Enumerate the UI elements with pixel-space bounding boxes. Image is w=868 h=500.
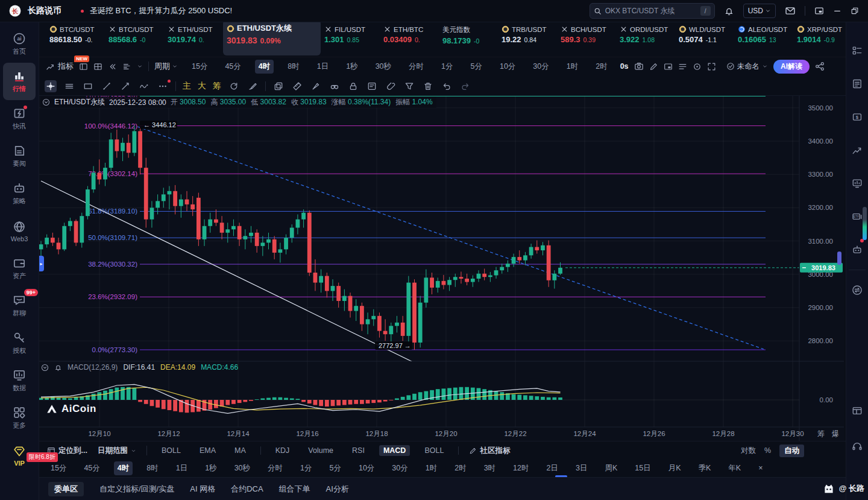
- refresh-tool[interactable]: [228, 80, 240, 92]
- rectangle-tool[interactable]: [82, 80, 94, 92]
- timeframe-button[interactable]: 30分: [388, 461, 411, 475]
- template-tool[interactable]: [366, 80, 378, 92]
- timeframe-button[interactable]: 2时: [451, 461, 470, 475]
- right-rail-item[interactable]: [846, 266, 868, 273]
- sidebar-collapse-handle[interactable]: ▸: [39, 256, 44, 271]
- target-icon[interactable]: [693, 62, 702, 71]
- mail-icon[interactable]: [785, 5, 796, 16]
- sidebar-item[interactable]: Web3: [3, 212, 36, 250]
- customer-service-headset-icon[interactable]: [846, 440, 868, 451]
- indicator-tab[interactable]: MA: [230, 445, 250, 456]
- timeframe-button[interactable]: 季K: [695, 461, 715, 475]
- pen-tool[interactable]: [310, 80, 322, 92]
- timeframe-button[interactable]: 8时: [143, 461, 162, 475]
- timeframe-button[interactable]: 8时: [284, 60, 303, 74]
- fullscreen-icon[interactable]: [707, 62, 716, 71]
- notification-bell-icon[interactable]: [724, 6, 734, 16]
- timeframe-button[interactable]: 1日: [313, 60, 332, 74]
- bottom-bar-item[interactable]: AI分析: [326, 484, 349, 495]
- timeframe-button[interactable]: 30秒: [372, 60, 395, 74]
- bottom-bar-item[interactable]: AI 网格: [190, 484, 215, 495]
- timeframe-button[interactable]: 1秒: [201, 461, 220, 475]
- indicator-tab[interactable]: [458, 446, 459, 455]
- timeframe-button[interactable]: 1日: [172, 461, 191, 475]
- main-chart-toggle[interactable]: 主: [183, 81, 191, 92]
- screenshot-camera-icon[interactable]: [634, 62, 644, 71]
- announcement-text[interactable]: 圣诞挖 BTC，提升算力瓜分 2500 USDC!: [90, 5, 232, 16]
- right-rail-item[interactable]: [846, 166, 868, 200]
- collapse-chevron-icon[interactable]: [42, 98, 50, 106]
- ticker-tab[interactable]: ETH/USDT永续 3019.83 0.09%: [223, 20, 321, 55]
- timeframe-button[interactable]: 45分: [221, 60, 244, 74]
- indicator-tab[interactable]: EMA: [195, 445, 220, 456]
- compare-icon[interactable]: [93, 62, 102, 71]
- main-chart[interactable]: 3500.003400.003300.003200.003100.003000.…: [39, 95, 844, 441]
- timeframe-button[interactable]: 30分: [529, 60, 552, 74]
- bottom-bar-item[interactable]: 合约DCA: [231, 484, 263, 495]
- clone-tool[interactable]: [272, 80, 285, 92]
- timeframe-button[interactable]: ×: [755, 462, 766, 474]
- indicator-button[interactable]: 指标 NEW: [46, 61, 74, 72]
- indicator-tab[interactable]: BOLL: [420, 445, 448, 456]
- alert-bell-icon[interactable]: [54, 364, 62, 372]
- ticker-tab[interactable]: WLD/USDT 0.5074 -1.1: [675, 22, 734, 55]
- ticker-tab[interactable]: ETH/USDT 3019.74 0.: [164, 22, 223, 55]
- date-range-dropdown[interactable]: 日期范围: [98, 446, 136, 456]
- ticker-tab[interactable]: XRP/USDT 1.9014 -0.9: [793, 22, 852, 55]
- right-rail-item[interactable]: [846, 133, 868, 166]
- timeframe-button[interactable]: 4时: [255, 60, 274, 74]
- sidebar-item[interactable]: 行情: [3, 63, 36, 100]
- ticker-tab[interactable]: BTC/USDT 88568.6 -0: [105, 22, 164, 55]
- percent-scale-toggle[interactable]: %: [764, 446, 771, 455]
- volume-profile-icon[interactable]: [122, 62, 131, 71]
- filter-tool[interactable]: [403, 80, 415, 92]
- timeframe-button[interactable]: 1秒: [342, 60, 361, 74]
- currency-dropdown[interactable]: USD: [743, 4, 776, 18]
- indicator-tab[interactable]: KDJ: [271, 445, 294, 456]
- ticker-tab[interactable]: TRB/USDT 19.22 0.84: [498, 22, 557, 55]
- timeframe-button[interactable]: 45分: [80, 461, 103, 475]
- timeframe-button[interactable]: 12时: [509, 461, 532, 475]
- layout-selector[interactable]: 未命名: [726, 62, 769, 72]
- bottom-bar-item[interactable]: 委单区: [48, 482, 84, 496]
- sidebar-item[interactable]: 更多: [3, 399, 36, 437]
- chevron-down-icon[interactable]: [137, 63, 143, 69]
- community-indicator-button[interactable]: 社区指标: [469, 446, 510, 456]
- ticker-tab[interactable]: ALEO/USDT 0.16065 13: [734, 22, 793, 55]
- measure-tool[interactable]: [291, 80, 303, 92]
- auto-scale-toggle[interactable]: 自动: [779, 445, 804, 457]
- sidebar-item[interactable]: 资产: [3, 250, 36, 287]
- ticker-tab[interactable]: ORDI/USDT 3.922 1.08: [616, 22, 675, 55]
- edit-pencil-icon[interactable]: [649, 62, 658, 71]
- ai-analysis-button[interactable]: AI解读: [773, 60, 810, 74]
- timeframe-button[interactable]: 15日: [631, 461, 654, 475]
- timeframe-button[interactable]: 月K: [665, 461, 685, 475]
- right-rail-item[interactable]: [846, 34, 868, 67]
- indicator-tab[interactable]: MACD: [379, 445, 410, 456]
- share-icon[interactable]: [815, 62, 825, 71]
- ticker-tab[interactable]: ETH/BTC 0.03409 0.: [380, 22, 439, 55]
- timeframe-button[interactable]: 3日: [572, 461, 591, 475]
- ticker-tab[interactable]: FIL/USDT 1.301 0.85: [321, 22, 380, 55]
- popout-window-icon[interactable]: [814, 6, 824, 16]
- period-dropdown[interactable]: 周期: [154, 61, 178, 72]
- timeframe-button[interactable]: 5分: [326, 461, 344, 475]
- brush-tool[interactable]: [247, 80, 259, 92]
- right-rail-item[interactable]: $: [846, 100, 868, 133]
- bottom-bar-item[interactable]: 自定义指标/回测/实盘: [99, 484, 174, 495]
- delete-tool[interactable]: [422, 80, 434, 92]
- segment-tool[interactable]: [101, 80, 113, 92]
- timeframe-button[interactable]: 分时: [405, 60, 427, 74]
- sidebar-item[interactable]: 授权: [3, 324, 36, 362]
- sidebar-item[interactable]: 快讯: [3, 100, 36, 138]
- undo-button[interactable]: [441, 80, 453, 92]
- timeframe-button[interactable]: 1时: [422, 461, 441, 475]
- crosshair-tool[interactable]: [45, 80, 57, 92]
- right-rail-item[interactable]: [846, 273, 868, 306]
- redo-button[interactable]: [459, 80, 471, 92]
- timeframe-button[interactable]: 15分: [47, 461, 70, 475]
- timeframe-button[interactable]: 年K: [725, 461, 744, 475]
- sidebar-item[interactable]: 策略: [3, 175, 36, 212]
- depth-slider[interactable]: [863, 207, 867, 240]
- log-scale-toggle[interactable]: 对数: [741, 446, 756, 456]
